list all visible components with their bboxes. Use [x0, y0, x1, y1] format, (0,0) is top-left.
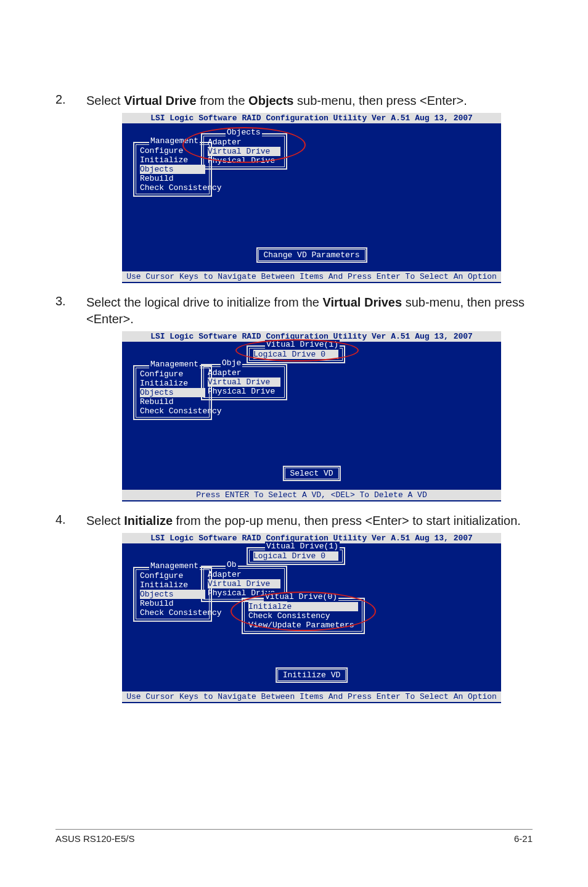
management-label: Management	[149, 561, 200, 571]
management-label: Management	[149, 136, 200, 146]
vd0-title: Vitual Drive(0)	[264, 592, 338, 601]
footer-left: ASUS RS120-E5/S	[55, 833, 134, 844]
objects-item-selected: Virtual Drive	[208, 377, 280, 387]
objects-label-short: Obje	[221, 358, 242, 368]
objects-item-selected: Virtual Drive	[208, 579, 280, 588]
vd0-item-selected: Initialze	[248, 602, 358, 611]
bios-footer: Press ENTER To Select A VD, <DEL> To Del…	[122, 490, 501, 500]
objects-label-ob: Ob	[226, 560, 238, 569]
bios-screenshot-3: LSI Logic Software RAID Configuration Ut…	[122, 331, 501, 501]
objects-item: Adapter	[208, 570, 280, 579]
bios-screenshot-4: LSI Logic Software RAID Configuration Ut…	[122, 533, 501, 703]
step-number: 4.	[55, 513, 69, 529]
mgmt-item: Configure	[140, 369, 205, 379]
bios-footer: Use Cursor Keys to Navigate Between Item…	[122, 691, 501, 702]
vd1-item: Logical Drive 0	[253, 350, 338, 359]
vd1-item: Logical Drive 0	[253, 551, 338, 561]
vd1-title: Vitual Drive(1)	[265, 542, 340, 551]
step-text: Select Virtual Drive from the Objects su…	[86, 93, 533, 109]
objects-item-selected: Virtual Drive	[208, 147, 280, 156]
mgmt-item: Check Consistency	[140, 183, 205, 192]
vd1-title: Vitual Drive(1)	[265, 340, 340, 349]
step-number: 2.	[55, 93, 69, 109]
vd0-item: Check Consistency	[248, 611, 358, 621]
objects-item: Adapter	[208, 368, 280, 377]
mgmt-item: Configure	[140, 146, 205, 155]
bios-footer: Use Cursor Keys to Navigate Between Item…	[122, 271, 501, 282]
mgmt-item: Configure	[140, 571, 205, 580]
management-label: Management	[149, 360, 200, 369]
mgmt-item: Initialize	[140, 379, 205, 388]
step-text: Select the logical drive to initialize f…	[86, 294, 533, 328]
objects-item: Physical Drive	[208, 156, 280, 165]
status-box: Initilize VD	[276, 667, 348, 683]
mgmt-item: Initialize	[140, 580, 205, 590]
step-text: Select Initialize from the pop-up menu, …	[86, 513, 533, 529]
status-box: Change VD Parameters	[256, 247, 367, 263]
mgmt-item-selected: Objects	[140, 388, 205, 397]
vd0-item: View/Update Parameters	[248, 621, 358, 630]
mgmt-item: Rebuild	[140, 174, 205, 183]
objects-item: Adapter	[208, 138, 280, 147]
footer-right: 6-21	[514, 833, 533, 844]
mgmt-item: Rebuild	[140, 599, 205, 608]
step-number: 3.	[55, 294, 69, 328]
mgmt-item: Check Consistency	[140, 608, 205, 617]
status-box: Select VD	[282, 466, 340, 481]
bios-screenshot-2: LSI Logic Software RAID Configuration Ut…	[122, 113, 501, 283]
mgmt-item: Initialize	[140, 155, 205, 165]
mgmt-item: Check Consistency	[140, 406, 205, 416]
mgmt-item-selected: Objects	[140, 590, 205, 599]
mgmt-item-selected: Objects	[140, 165, 205, 174]
mgmt-item: Rebuild	[140, 397, 205, 406]
objects-label: Objects	[226, 128, 262, 137]
objects-item: Physical Drive	[208, 387, 280, 396]
bios-title: LSI Logic Software RAID Configuration Ut…	[122, 113, 501, 123]
